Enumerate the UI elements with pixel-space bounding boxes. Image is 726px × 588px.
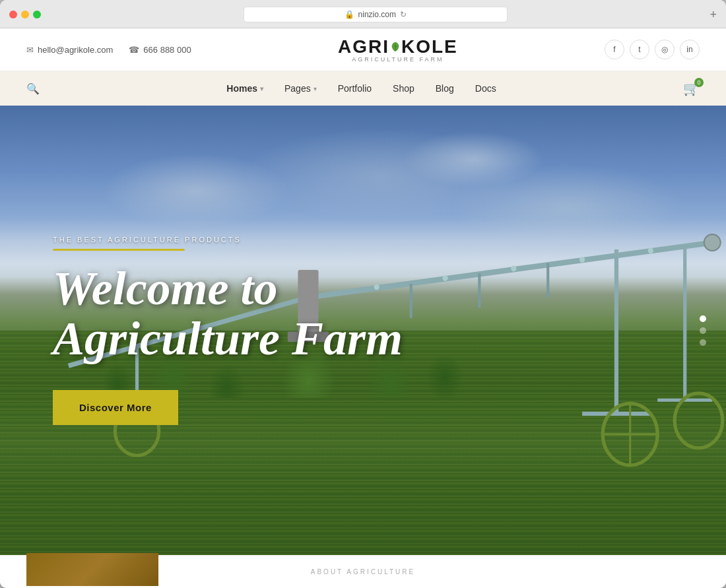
hero-title-line2: Agriculture Farm [53,312,403,365]
logo-leaf-icon [391,42,400,52]
facebook-icon[interactable]: f [605,40,624,59]
nav-label-portfolio: Portfolio [338,83,372,94]
address-bar-wrapper: 🔒 ninzio.com ↻ [49,7,702,22]
address-bar[interactable]: 🔒 ninzio.com ↻ [244,7,508,22]
chevron-down-icon-2: ▾ [314,85,317,92]
social-icons: f t ◎ in [605,40,700,59]
nav-item-portfolio[interactable]: Portfolio [327,71,382,106]
maximize-button[interactable] [33,11,41,18]
email-contact: ✉ hello@agrikole.com [26,45,113,55]
nav-item-pages[interactable]: Pages ▾ [274,71,327,106]
cart-badge: 0 [694,78,704,87]
nav-cart[interactable]: 🛒 0 [683,81,700,96]
url-text: ninzio.com [358,10,396,19]
instagram-icon[interactable]: ◎ [655,40,675,59]
hero-title: Welcome to Agriculture Farm [53,264,449,364]
hero-subtitle-underline [53,249,185,251]
nav-item-homes[interactable]: Homes ▾ [216,71,274,106]
twitter-icon[interactable]: t [630,40,649,59]
logo-name: AGRI [338,36,389,57]
about-label: ABOUT AGRICULTURE [311,568,415,575]
nav-bar: 🔍 Homes ▾ Pages ▾ Portfolio Shop Blog [0,71,726,106]
close-button[interactable] [9,11,17,18]
discover-more-button[interactable]: Discover More [53,390,178,425]
slider-dot-2[interactable] [700,327,706,334]
browser-window: 🔒 ninzio.com ↻ + ✉ hello@agrikole.com ☎ … [0,0,726,588]
email-address: hello@agrikole.com [38,45,113,55]
nav-item-blog[interactable]: Blog [425,71,465,106]
top-bar: ✉ hello@agrikole.com ☎ 666 888 000 AGRI [0,28,726,71]
nav-item-docs[interactable]: Docs [465,71,507,106]
nav-label-pages: Pages [284,83,311,94]
hero-content: THE BEST AGRICULTURE PRODUCTS Welcome to… [0,106,726,555]
traffic-lights [9,11,41,18]
search-icon[interactable]: 🔍 [26,82,40,95]
logo-text: AGRI KOLE [338,36,458,57]
phone-contact: ☎ 666 888 000 [129,45,191,55]
nav-label-homes: Homes [226,83,257,94]
browser-chrome: 🔒 ninzio.com ↻ + [0,0,726,28]
logo-name-end: KOLE [401,36,458,57]
reload-icon[interactable]: ↻ [400,10,407,19]
hero-subtitle: THE BEST AGRICULTURE PRODUCTS [53,236,673,244]
chevron-down-icon: ▾ [260,85,263,92]
logo-area[interactable]: AGRI KOLE AGRICULTURE FARM [338,36,458,63]
footer-strip: ABOUT AGRICULTURE [0,555,726,588]
slider-dot-1[interactable] [700,315,706,322]
linkedin-icon[interactable]: in [680,40,700,59]
contact-info: ✉ hello@agrikole.com ☎ 666 888 000 [26,45,191,55]
new-tab-button[interactable]: + [710,8,717,22]
nav-item-shop[interactable]: Shop [382,71,425,106]
nav-menu: Homes ▾ Pages ▾ Portfolio Shop Blog Docs [216,71,506,106]
hero-section: THE BEST AGRICULTURE PRODUCTS Welcome to… [0,106,726,555]
logo-subtitle: AGRICULTURE FARM [338,56,458,63]
nav-label-shop: Shop [393,83,414,94]
hero-title-line1: Welcome to [53,262,278,315]
phone-number: 666 888 000 [143,45,191,55]
nav-label-blog: Blog [436,83,454,94]
bottom-thumbnail [26,553,158,586]
minimize-button[interactable] [21,11,29,18]
nav-label-docs: Docs [475,83,496,94]
email-icon: ✉ [26,45,34,55]
phone-icon: ☎ [129,45,139,55]
slider-dots [700,315,706,346]
slider-dot-3[interactable] [700,339,706,346]
website-content: ✉ hello@agrikole.com ☎ 666 888 000 AGRI [0,28,726,588]
security-icon: 🔒 [345,10,354,19]
